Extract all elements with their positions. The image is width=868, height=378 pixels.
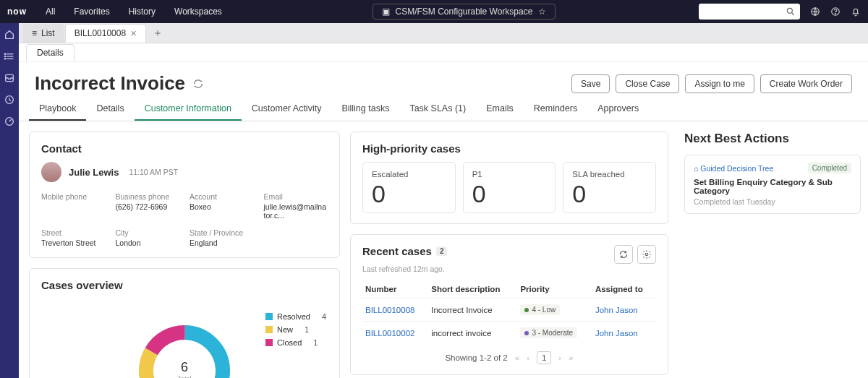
tab-reminders[interactable]: Reminders bbox=[524, 98, 587, 121]
nav-workspaces[interactable]: Workspaces bbox=[167, 7, 229, 17]
case-desc: Incorrect Invoice bbox=[428, 298, 517, 322]
help-icon[interactable] bbox=[830, 7, 841, 17]
record-subtabs: Details bbox=[19, 43, 868, 62]
table-row[interactable]: BILL0010002 incorrect invoice 3 - Modera… bbox=[362, 322, 656, 345]
col-priority[interactable]: Priority bbox=[517, 280, 592, 298]
field-label: Street bbox=[41, 228, 106, 237]
contact-card: Contact Julie Lewis 11:10 AM PST Mobile … bbox=[29, 132, 340, 258]
list-tab-icon: ≡ bbox=[32, 28, 37, 38]
legend-swatch bbox=[265, 313, 273, 320]
inbox-icon[interactable] bbox=[4, 72, 15, 84]
svg-point-15 bbox=[645, 253, 648, 256]
recent-cases-count: 2 bbox=[436, 246, 448, 256]
donut-total: 6 bbox=[177, 360, 191, 375]
workspace-icon: ▣ bbox=[382, 7, 390, 17]
tab-record[interactable]: BILL0010008 ✕ bbox=[65, 24, 146, 43]
col-number[interactable]: Number bbox=[362, 280, 428, 298]
field-value: julie.lewis@mailnator.c... bbox=[264, 202, 328, 220]
svg-point-4 bbox=[835, 13, 836, 14]
nba-card[interactable]: ⌂ Guided Decision Tree Completed Set Bil… bbox=[684, 155, 861, 214]
page-header: Incorrect Invoice Save Close Case Assign… bbox=[19, 62, 868, 98]
workspace-picker[interactable]: ▣ CSM/FSM Configurable Workspace ☆ bbox=[373, 4, 556, 20]
tab-task-slas[interactable]: Task SLAs (1) bbox=[399, 98, 476, 121]
priority-badge: 4 - Low bbox=[520, 304, 560, 315]
workspace-label: CSM/FSM Configurable Workspace bbox=[396, 7, 533, 17]
clock-icon[interactable] bbox=[4, 94, 15, 106]
pager-last[interactable]: » bbox=[569, 353, 573, 362]
tab-emails[interactable]: Emails bbox=[476, 98, 524, 121]
cases-overview-heading: Cases overview bbox=[41, 279, 328, 291]
next-best-actions-panel: Next Best Actions ⌂ Guided Decision Tree… bbox=[678, 132, 861, 378]
hp-p1[interactable]: P10 bbox=[463, 162, 556, 213]
donut-total-label: Total bbox=[177, 375, 191, 379]
global-search[interactable] bbox=[699, 4, 800, 20]
tab-billing-tasks[interactable]: Billing tasks bbox=[331, 98, 399, 121]
nav-favorites[interactable]: Favorites bbox=[67, 7, 116, 17]
field-label: City bbox=[116, 228, 180, 237]
tab-customer-information[interactable]: Customer Information bbox=[135, 98, 242, 121]
recent-cases-refreshed: Last refreshed 12m ago. bbox=[362, 265, 447, 273]
tab-details[interactable]: Details bbox=[86, 98, 134, 121]
svg-line-1 bbox=[792, 13, 794, 15]
pager-prev[interactable]: ‹ bbox=[527, 353, 529, 362]
refresh-icon[interactable] bbox=[192, 78, 204, 90]
tab-approvers[interactable]: Approvers bbox=[587, 98, 649, 121]
pager-current[interactable]: 1 bbox=[537, 351, 551, 364]
recent-cases-card: Recent cases2 Last refreshed 12m ago. Nu… bbox=[350, 234, 668, 375]
case-number-link[interactable]: BILL0010008 bbox=[362, 298, 428, 322]
legend-label: Closed bbox=[277, 338, 302, 347]
nba-meta: Completed last Tuesday bbox=[694, 197, 851, 206]
svg-point-0 bbox=[787, 8, 792, 13]
pager-first[interactable]: « bbox=[515, 353, 519, 362]
pager-next[interactable]: › bbox=[558, 353, 561, 362]
high-priority-card: High-priority cases Escalated0 P10 SLA b… bbox=[350, 132, 668, 224]
subtab-details[interactable]: Details bbox=[26, 44, 75, 61]
create-work-order-button[interactable]: Create Work Order bbox=[760, 74, 852, 93]
globe-icon[interactable] bbox=[810, 7, 820, 17]
hp-label: SLA breached bbox=[572, 170, 647, 179]
refresh-button[interactable] bbox=[614, 245, 633, 264]
priority-badge: 3 - Moderate bbox=[520, 327, 577, 338]
contact-name[interactable]: Julie Lewis bbox=[69, 167, 119, 178]
legend-swatch bbox=[265, 339, 273, 346]
hp-value: 0 bbox=[472, 180, 547, 208]
close-case-button[interactable]: Close Case bbox=[616, 74, 679, 93]
hp-escalated[interactable]: Escalated0 bbox=[362, 162, 456, 213]
page-title: Incorrect Invoice bbox=[35, 72, 185, 95]
logo: now bbox=[7, 7, 27, 17]
assigned-to-link[interactable]: John Jason bbox=[592, 322, 656, 345]
avatar[interactable] bbox=[41, 162, 61, 182]
legend-swatch bbox=[265, 326, 273, 333]
case-number-link[interactable]: BILL0010002 bbox=[362, 322, 428, 345]
table-row[interactable]: BILL0010008 Incorrect Invoice 4 - Low Jo… bbox=[362, 298, 656, 322]
svg-point-9 bbox=[4, 56, 5, 56]
tab-list[interactable]: ≡ List bbox=[23, 24, 64, 43]
bell-icon[interactable] bbox=[851, 7, 861, 17]
field-label: State / Province bbox=[190, 228, 254, 237]
field-label: Email bbox=[264, 192, 328, 201]
list-icon[interactable] bbox=[4, 51, 15, 62]
legend-label: Resolved bbox=[277, 312, 310, 321]
recent-cases-heading: Recent cases bbox=[362, 245, 432, 257]
nav-all[interactable]: All bbox=[38, 7, 62, 17]
settings-button[interactable] bbox=[637, 245, 656, 264]
tab-customer-activity[interactable]: Customer Activity bbox=[242, 98, 332, 121]
save-button[interactable]: Save bbox=[571, 74, 610, 93]
tab-playbook[interactable]: Playbook bbox=[29, 98, 86, 121]
workspace-tabs: ≡ List BILL0010008 ✕ ＋ bbox=[19, 23, 868, 43]
home-icon[interactable] bbox=[4, 29, 15, 40]
svg-point-8 bbox=[4, 53, 5, 54]
table-pager: Showing 1-2 of 2 « ‹ 1 › » bbox=[362, 351, 656, 364]
chart-legend: Resolved4 New1 Closed1 bbox=[265, 312, 326, 351]
favorite-star-icon[interactable]: ☆ bbox=[538, 7, 546, 17]
new-tab-button[interactable]: ＋ bbox=[148, 24, 168, 43]
col-assigned[interactable]: Assigned to bbox=[592, 280, 656, 298]
col-short-desc[interactable]: Short description bbox=[428, 280, 517, 298]
nav-history[interactable]: History bbox=[122, 7, 163, 17]
close-icon[interactable]: ✕ bbox=[130, 29, 137, 38]
assigned-to-link[interactable]: John Jason bbox=[592, 298, 656, 322]
assign-to-me-button[interactable]: Assign to me bbox=[685, 74, 754, 93]
hp-sla-breached[interactable]: SLA breached0 bbox=[563, 162, 656, 213]
dashboard-icon[interactable] bbox=[4, 116, 15, 127]
section-tabs: Playbook Details Customer Information Cu… bbox=[19, 98, 868, 121]
